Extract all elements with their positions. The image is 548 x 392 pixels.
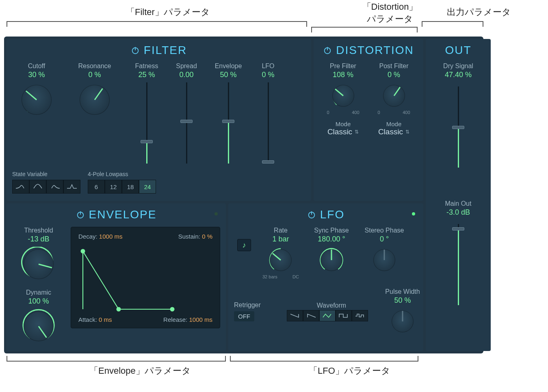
prefilter-value: 108 % [333, 71, 353, 79]
envelope-amt-label: Envelope [215, 62, 242, 70]
svg-point-6 [81, 249, 85, 254]
filter-title: FILTER [144, 44, 187, 57]
dry-label: Dry Signal [443, 62, 473, 70]
svg-point-8 [170, 307, 175, 312]
resonance-label: Resonance [78, 62, 111, 70]
threshold-knob[interactable] [21, 247, 56, 282]
pole-12-button[interactable]: 12 [105, 180, 122, 194]
pole-lowpass-label: 4-Pole Lowpass [88, 171, 156, 177]
stereo-phase-value: 0 ° [380, 235, 389, 243]
envelope-power-button[interactable] [76, 210, 85, 219]
pole-6-button[interactable]: 6 [88, 180, 105, 194]
sync-phase-value: 180.00 ° [318, 235, 345, 243]
sync-phase-label: Sync Phase [314, 227, 349, 234]
out-title: OUT [445, 44, 471, 57]
lfo-amt-label: LFO [262, 62, 274, 70]
stereo-phase-knob[interactable] [371, 247, 398, 274]
lfo-sync-button[interactable]: ♪ [237, 239, 251, 251]
resonance-value: 0 % [88, 71, 101, 79]
main-out-value: -3.0 dB [446, 208, 470, 217]
pulse-width-knob[interactable] [389, 308, 416, 335]
scale-low: 0 [378, 110, 380, 115]
rate-value: 1 bar [272, 235, 289, 243]
distortion-section: DISTORTION Pre Filter 108 % 0400 Mode Cl… [314, 39, 423, 201]
waveform-saw-up[interactable] [303, 310, 319, 321]
postfilter-label: Post Filter [379, 62, 408, 70]
threshold-value: -13 dB [28, 235, 49, 243]
chevron-updown-icon: ⇅ [405, 129, 409, 135]
bracket [311, 27, 418, 32]
pole-18-button[interactable]: 18 [122, 180, 139, 194]
lfo-amt-slider[interactable] [260, 82, 276, 164]
bracket [230, 356, 418, 362]
stereo-phase-label: Stereo Phase [365, 227, 404, 234]
lfo-title: LFO [320, 208, 344, 221]
lfo-amt-value: 0 % [262, 71, 274, 79]
note-icon: ♪ [243, 241, 246, 250]
sync-phase-knob[interactable] [318, 247, 345, 274]
state-variable-label: State Variable [12, 171, 80, 177]
dry-value: 47.40 % [445, 71, 472, 79]
bracket [6, 21, 307, 27]
annotation-lfo: 「LFO」パラメータ [309, 365, 390, 377]
spread-value: 0.00 [179, 71, 193, 79]
envelope-title: ENVELOPE [89, 208, 157, 221]
filter-power-button[interactable] [131, 46, 140, 55]
main-out-slider[interactable] [450, 224, 466, 305]
spread-label: Spread [176, 62, 197, 70]
distortion-power-button[interactable] [323, 46, 332, 55]
filter-section: FILTER Cutoff 30 % Resonance 0 % [6, 39, 311, 201]
filter-shape-lowpass[interactable] [12, 180, 29, 194]
lfo-power-button[interactable] [307, 210, 316, 219]
pulse-width-label: Pulse Width [385, 288, 420, 295]
post-mode-label: Mode [386, 121, 402, 127]
resonance-knob[interactable] [77, 82, 112, 117]
filter-shape-bandpass[interactable] [29, 180, 46, 194]
waveform-random[interactable] [352, 310, 368, 321]
rate-knob[interactable] [267, 247, 294, 274]
fatness-label: Fatness [135, 62, 158, 70]
threshold-label: Threshold [24, 227, 53, 234]
fatness-slider[interactable] [139, 82, 155, 164]
waveform-label: Waveform [287, 302, 376, 309]
postfilter-knob[interactable] [381, 82, 407, 109]
annotation-envelope: 「Envelope」パラメータ [89, 365, 191, 377]
pre-mode-label: Mode [336, 121, 351, 127]
scale-high: DC [292, 274, 299, 279]
retrigger-label: Retrigger [234, 302, 283, 309]
annotation-distortion: 「Distortion」パラメータ [362, 1, 418, 25]
scale-low: 0 [327, 110, 329, 115]
spread-slider[interactable] [178, 82, 195, 164]
dynamic-label: Dynamic [26, 289, 51, 296]
out-section: OUT Dry Signal 47.40 % Main Out -3.0 dB [426, 39, 491, 351]
waveform-triangle[interactable] [319, 310, 336, 321]
lfo-activity-indicator [412, 212, 415, 215]
dry-slider[interactable] [450, 86, 466, 168]
annotation-output: 出力パラメータ [447, 6, 511, 18]
distortion-title: DISTORTION [336, 44, 414, 57]
prefilter-label: Pre Filter [330, 62, 356, 70]
fatness-value: 25 % [138, 71, 155, 79]
cutoff-value: 30 % [28, 71, 45, 79]
waveform-saw-down[interactable] [287, 310, 303, 321]
prefilter-knob[interactable] [330, 82, 357, 109]
postfilter-value: 0 % [388, 71, 400, 79]
filter-shape-peak[interactable] [63, 180, 80, 194]
post-mode-select[interactable]: Classic⇅ [378, 127, 409, 136]
dynamic-knob[interactable] [21, 309, 56, 344]
bracket [422, 21, 483, 27]
envelope-display[interactable]: Decay: 1000 ms Sustain: 0 % Attack: 0 ms [71, 227, 220, 328]
envelope-amt-slider[interactable] [220, 82, 236, 164]
envelope-amt-value: 50 % [220, 71, 236, 79]
retrigger-value[interactable]: OFF [234, 311, 254, 321]
main-out-label: Main Out [445, 200, 472, 207]
envelope-activity-indicator [214, 212, 218, 215]
pole-24-button[interactable]: 24 [139, 180, 156, 194]
pre-mode-select[interactable]: Classic⇅ [327, 127, 359, 136]
scale-high: 400 [352, 110, 359, 115]
pulse-width-value: 50 % [394, 296, 411, 305]
cutoff-knob[interactable] [19, 82, 54, 117]
cutoff-label: Cutoff [28, 62, 45, 70]
waveform-square[interactable] [336, 310, 352, 321]
filter-shape-highpass[interactable] [46, 180, 63, 194]
